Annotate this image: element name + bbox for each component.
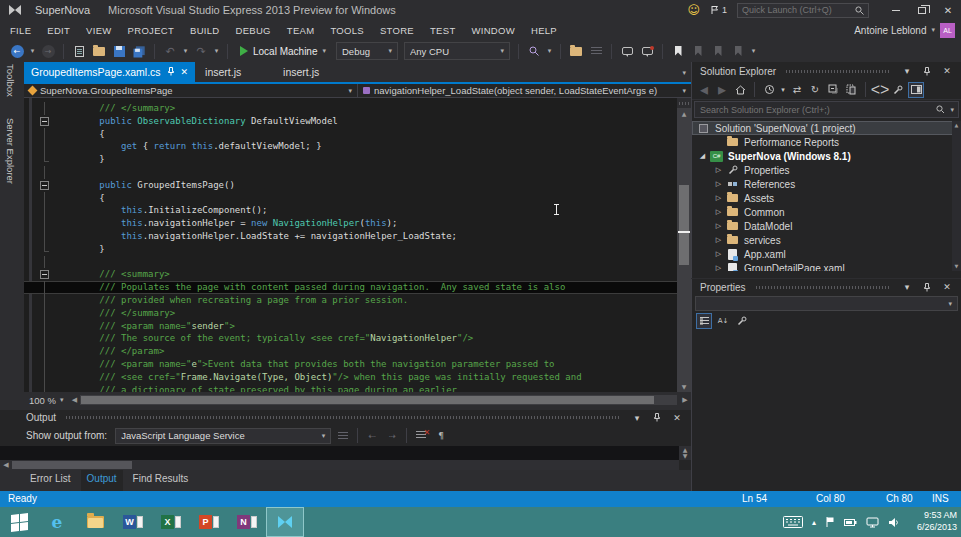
- tree-item-solution-supernova-1-project[interactable]: Solution 'SuperNova' (1 project): [692, 121, 961, 135]
- solution-explorer-title-bar[interactable]: Solution Explorer ▾ ✕: [692, 62, 961, 80]
- tree-collapsed-arrow[interactable]: ▷: [712, 236, 725, 244]
- save-button[interactable]: [110, 42, 128, 60]
- code-line[interactable]: /// Populates the page with content pass…: [24, 281, 677, 294]
- tree-collapsed-arrow[interactable]: ▷: [712, 194, 725, 202]
- window-position-dropdown[interactable]: ▾: [631, 413, 643, 423]
- object-select[interactable]: ▾: [695, 296, 958, 311]
- code-line[interactable]: }: [24, 153, 677, 166]
- quick-launch-input[interactable]: [738, 5, 854, 15]
- panel-tab-find-results[interactable]: Find Results: [127, 470, 195, 491]
- code-line[interactable]: /// <summary>: [24, 268, 677, 281]
- platform-select[interactable]: Any CPU ▾: [404, 42, 510, 60]
- panel-tab-error-list[interactable]: Error List: [24, 470, 77, 491]
- tree-item-datamodel[interactable]: ▷DataModel: [692, 219, 961, 233]
- splitter-handle[interactable]: [677, 98, 691, 108]
- tree-item-app-xaml[interactable]: ▷App.xaml: [692, 247, 961, 261]
- code-line[interactable]: get { return this.defaultViewModel; }: [24, 140, 677, 153]
- close-icon[interactable]: ✕: [941, 66, 953, 76]
- code-line[interactable]: /// </summary>: [24, 307, 677, 320]
- dock-tab-toolbox[interactable]: Toolbox: [5, 64, 16, 97]
- tree-item-supernova-windows-8-1[interactable]: ◢C#SuperNova (Windows 8.1): [692, 149, 961, 163]
- solution-search-input[interactable]: [695, 105, 935, 115]
- tab-list-dropdown[interactable]: ▾: [682, 69, 686, 77]
- close-button[interactable]: ✕: [935, 2, 961, 18]
- minimize-button[interactable]: [883, 2, 909, 18]
- bookmark-dropdown[interactable]: ▾: [749, 42, 758, 60]
- tree-expanded-arrow[interactable]: ◢: [696, 152, 709, 160]
- feedback-smiley-icon[interactable]: ☺: [687, 3, 700, 17]
- code-line[interactable]: {: [24, 192, 677, 205]
- redo-button[interactable]: ↷: [192, 42, 210, 60]
- fold-margin[interactable]: [36, 268, 56, 281]
- close-tab-icon[interactable]: ✕: [181, 67, 189, 77]
- notifications-button[interactable]: 1: [710, 5, 727, 15]
- solution-folder-button[interactable]: [567, 42, 585, 60]
- code-line[interactable]: this.InitializeComponent();: [24, 204, 677, 217]
- zoom-control[interactable]: 100 % ▾: [24, 395, 68, 406]
- menu-edit[interactable]: EDIT: [39, 25, 78, 36]
- pending-changes-filter-button[interactable]: [761, 82, 777, 98]
- code-line[interactable]: /// <see cref="Frame.Navigate(Type, Obje…: [24, 371, 677, 384]
- taskbar-clock[interactable]: 9:53 AM 6/26/2013: [917, 509, 957, 533]
- menu-build[interactable]: BUILD: [182, 25, 227, 36]
- editor-horizontal-scrollbar[interactable]: [80, 395, 677, 405]
- menu-window[interactable]: WINDOW: [463, 25, 522, 36]
- tab-groupeditemspage-xaml-cs-0[interactable]: GroupedItemsPage.xaml.cs✕: [24, 62, 195, 82]
- close-icon[interactable]: ✕: [941, 282, 953, 292]
- touch-keyboard-icon[interactable]: [783, 516, 803, 528]
- code-line[interactable]: /// The source of the event; typically <…: [24, 332, 677, 345]
- scroll-up-arrow[interactable]: ▲: [952, 121, 961, 130]
- type-dropdown[interactable]: SuperNova.GroupedItemsPage ▾: [24, 84, 358, 97]
- code-line[interactable]: /// provided when recreating a page from…: [24, 294, 677, 307]
- tree-item-services[interactable]: ▷services: [692, 233, 961, 247]
- fold-collapse-icon[interactable]: [40, 270, 49, 279]
- code-line[interactable]: }: [24, 243, 677, 256]
- network-icon[interactable]: [866, 517, 879, 528]
- show-all-files-button[interactable]: [843, 82, 859, 98]
- home-button[interactable]: [732, 82, 748, 98]
- configuration-select[interactable]: Debug ▾: [336, 42, 398, 60]
- menu-file[interactable]: FILE: [2, 25, 39, 36]
- tree-item-performance-reports[interactable]: Performance Reports: [692, 135, 961, 149]
- word[interactable]: W: [114, 507, 152, 537]
- menu-test[interactable]: TEST: [422, 25, 463, 36]
- undo-button[interactable]: ↶: [161, 42, 179, 60]
- word-wrap-button[interactable]: ¶: [433, 429, 449, 443]
- window-position-dropdown[interactable]: ▾: [901, 282, 913, 292]
- navigate-back-dropdown[interactable]: ▾: [28, 42, 37, 60]
- comment-button[interactable]: [618, 42, 636, 60]
- code-line[interactable]: /// </summary>: [24, 102, 677, 115]
- code-line[interactable]: /// a dictionary of state preserved by t…: [24, 384, 677, 392]
- scroll-down-arrow[interactable]: ▼: [679, 452, 691, 460]
- tree-item-common[interactable]: ▷Common: [692, 205, 961, 219]
- next-message-button[interactable]: ⇢: [384, 429, 400, 443]
- find-dropdown[interactable]: ▾: [545, 42, 554, 60]
- fold-margin[interactable]: [36, 115, 56, 128]
- fold-margin[interactable]: [36, 179, 56, 192]
- file-explorer[interactable]: [76, 507, 114, 537]
- tree-item-references[interactable]: ▷References: [692, 177, 961, 191]
- tree-item-properties[interactable]: ▷Properties: [692, 163, 961, 177]
- code-line[interactable]: /// </param>: [24, 345, 677, 358]
- user-account[interactable]: Antoine Leblond ▾ AL: [854, 20, 955, 40]
- save-all-button[interactable]: [130, 42, 148, 60]
- output-title-bar[interactable]: Output ▾ ✕: [0, 410, 691, 425]
- previous-bookmark-button[interactable]: [689, 42, 707, 60]
- dock-tab-server-explorer[interactable]: Server Explorer: [5, 118, 16, 184]
- volume-icon[interactable]: [888, 517, 899, 528]
- scrollbar-thumb[interactable]: [81, 396, 654, 404]
- properties-button[interactable]: [890, 82, 906, 98]
- clear-all-button[interactable]: [413, 429, 429, 443]
- tab-insert-js-1[interactable]: insert.js: [195, 62, 273, 82]
- output-source-select[interactable]: JavaScript Language Service ▾: [115, 428, 331, 444]
- toggle-bookmark-button[interactable]: [669, 42, 687, 60]
- menu-store[interactable]: STORE: [372, 25, 422, 36]
- output-text-area[interactable]: [0, 446, 679, 460]
- tree-collapsed-arrow[interactable]: ▷: [712, 264, 725, 271]
- scroll-down-arrow[interactable]: ▼: [952, 262, 961, 271]
- tree-item-assets[interactable]: ▷Assets: [692, 191, 961, 205]
- menu-debug[interactable]: DEBUG: [228, 25, 279, 36]
- code-line[interactable]: [24, 166, 677, 179]
- member-dropdown[interactable]: navigationHelper_LoadState(object sender…: [358, 84, 691, 97]
- scroll-down-arrow[interactable]: ▼: [677, 381, 691, 392]
